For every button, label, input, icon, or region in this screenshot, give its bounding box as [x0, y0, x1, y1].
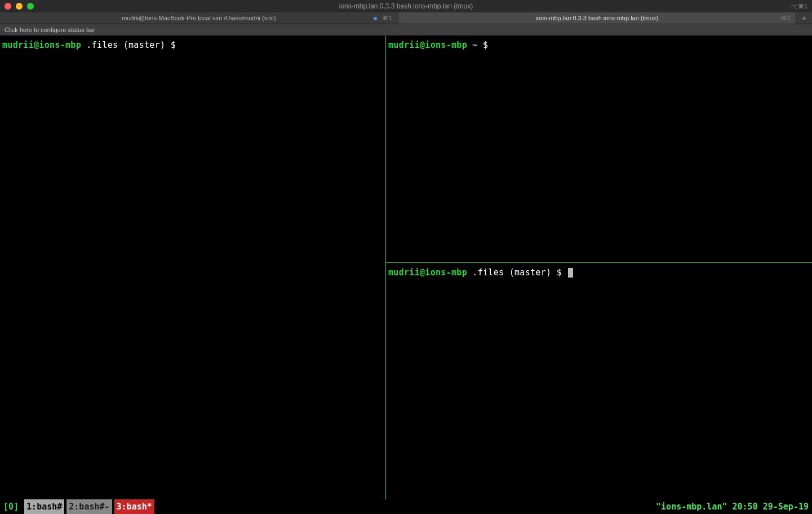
terminal-area: mudrii@ions-mbp .files (master) $ mudrii…: [0, 35, 812, 499]
tmux-session-indicator[interactable]: [0]: [0, 499, 22, 514]
traffic-lights: [5, 3, 34, 10]
close-icon[interactable]: [5, 3, 11, 10]
window-titlebar: ions-mbp.lan:0.3.3 bash ions-mbp.lan (tm…: [0, 0, 812, 12]
prompt-path: .files: [86, 40, 118, 50]
prompt-line: mudrii@ions-mbp .files (master) $: [2, 39, 383, 52]
maximize-icon[interactable]: [27, 3, 34, 10]
prompt-path: ~: [472, 40, 477, 50]
minimize-icon[interactable]: [16, 3, 23, 10]
prompt-user: mudrii@ions-mbp: [388, 40, 467, 50]
tmux-pane-bottom-right[interactable]: mudrii@ions-mbp .files (master) $: [386, 263, 812, 499]
prompt-symbol: $: [171, 40, 176, 50]
tmux-status-bar: [0] 1:bash# 2:bash#- 3:bash* "ions-mbp.l…: [0, 499, 812, 514]
tab-shortcut: ⌘1: [374, 15, 392, 22]
tab-shortcut: ⌘2: [780, 15, 790, 22]
cursor-icon: [568, 268, 573, 278]
tab-vim[interactable]: mudrii@Ions-MacBook-Pro.local vim /Users…: [0, 12, 398, 24]
window-title: ions-mbp.lan:0.3.3 bash ions-mbp.lan (tm…: [339, 2, 473, 10]
titlebar-shortcut: ⌥⌘1: [791, 3, 807, 10]
add-tab-button[interactable]: +: [796, 12, 812, 24]
tmux-status-right: "ions-mbp.lan" 20:50 29-Sep-19: [653, 499, 812, 514]
tmux-window-2[interactable]: 2:bash#-: [66, 499, 112, 514]
tmux-pane-right-column: mudrii@ions-mbp ~ $ mudrii@ions-mbp .fil…: [385, 35, 812, 499]
statusbar-config-prompt[interactable]: Click here to configure status bar: [0, 24, 812, 35]
prompt-branch: (master): [509, 267, 552, 278]
prompt-path: .files: [472, 267, 504, 278]
prompt-user: mudrii@ions-mbp: [2, 40, 81, 50]
prompt-branch: (master): [123, 40, 166, 50]
tmux-spacer: [154, 499, 653, 514]
prompt-symbol: $: [483, 40, 488, 50]
tmux-window-1[interactable]: 1:bash#: [24, 499, 64, 514]
activity-indicator-icon: [374, 17, 377, 20]
tab-label: ions-mbp.lan:0.3.3 bash ions-mbp.lan (tm…: [535, 15, 658, 21]
tab-label: mudrii@Ions-MacBook-Pro.local vim /Users…: [122, 15, 276, 21]
tab-tmux[interactable]: ions-mbp.lan:0.3.3 bash ions-mbp.lan (tm…: [398, 12, 797, 24]
tab-bar: mudrii@Ions-MacBook-Pro.local vim /Users…: [0, 12, 812, 24]
tmux-pane-top-right[interactable]: mudrii@ions-mbp ~ $: [386, 35, 812, 263]
tmux-pane-left[interactable]: mudrii@ions-mbp .files (master) $: [0, 35, 385, 499]
prompt-symbol: $: [557, 267, 562, 278]
tmux-window-3[interactable]: 3:bash*: [114, 499, 154, 514]
prompt-user: mudrii@ions-mbp: [388, 267, 467, 278]
prompt-line: mudrii@ions-mbp .files (master) $: [388, 266, 810, 279]
prompt-line: mudrii@ions-mbp ~ $: [388, 39, 810, 52]
